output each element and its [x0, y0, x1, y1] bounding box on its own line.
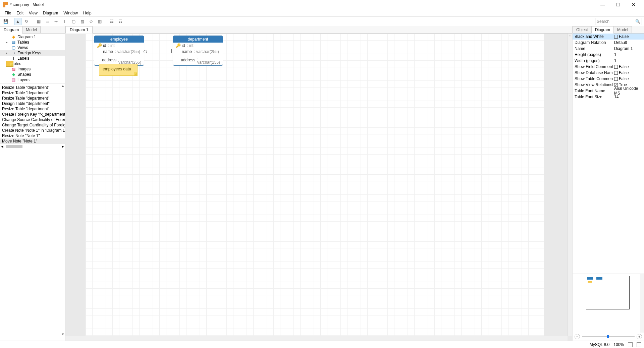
tree-item-foreign-keys[interactable]: ▸ ⇢ Foreign Keys	[0, 50, 65, 56]
tree-item-diagram-1[interactable]: ◆ Diagram 1	[0, 34, 65, 40]
status-db: MySQL 8.0	[590, 342, 610, 347]
shape-icon: ◆	[11, 72, 16, 77]
tree-item-notes[interactable]: ▸ Notes	[0, 61, 65, 66]
prop-show-database-names[interactable]: Show Database Names False	[573, 70, 644, 76]
prop-name[interactable]: NameDiagram 1	[573, 46, 644, 52]
zoom-slider[interactable]	[582, 336, 635, 337]
tab-model[interactable]: Model	[22, 26, 41, 34]
tab-diagram[interactable]: Diagram	[0, 26, 22, 34]
pointer-icon[interactable]: ▲	[14, 18, 21, 25]
history-item[interactable]: Change Source Cardinality of Foreign Key…	[0, 117, 65, 122]
menu-file[interactable]: File	[2, 10, 14, 16]
image-icon[interactable]: ▨	[78, 18, 86, 25]
history-item[interactable]: Resize Table "department"	[0, 90, 65, 96]
history-item[interactable]: Resize Table "department"	[0, 96, 65, 101]
tree-item-labels[interactable]: T Labels	[0, 56, 65, 61]
diagram-tab-1[interactable]: Diagram 1	[65, 26, 93, 34]
entity-department-header: department	[173, 36, 223, 43]
entity-employee-header: employee	[94, 36, 144, 43]
prop-height-pages-[interactable]: Height (pages)1	[573, 52, 644, 58]
canvas[interactable]: employee 🔑id: int name: varchar(255) add…	[65, 34, 572, 341]
layout-icon[interactable]: ☷	[108, 18, 115, 25]
checkbox-icon[interactable]	[614, 65, 618, 69]
prop-show-table-comments[interactable]: Show Table Comments False	[573, 76, 644, 82]
right-tabs: Object Diagram Model	[573, 26, 644, 34]
save-icon[interactable]: 💾	[2, 18, 9, 25]
history-panel: ▲ Resize Table "department"Resize Table …	[0, 83, 65, 341]
canvas-hscroll[interactable]	[65, 336, 568, 341]
history-item[interactable]: Move Note "Note 1"	[0, 138, 65, 144]
status-view-icon[interactable]	[637, 342, 641, 347]
tab-object[interactable]: Object	[573, 26, 592, 34]
history-scroll-down[interactable]: ▼	[61, 333, 64, 336]
tree-item-tables[interactable]: ▸ ▦ Tables	[0, 40, 65, 45]
tree-item-layers[interactable]: ▥ Layers	[0, 77, 65, 82]
prop-diagram-notation[interactable]: Diagram NotationDefault	[573, 40, 644, 46]
history-scroll-up[interactable]: ▲	[61, 84, 64, 88]
menu-diagram[interactable]: Diagram	[40, 10, 61, 16]
history-item[interactable]: Resize Table "department"	[0, 85, 65, 90]
prop-table-font-name[interactable]: Table Font NameArial Unicode MS	[573, 88, 644, 94]
note-icon[interactable]: ▢	[70, 18, 77, 25]
relationship-line[interactable]	[146, 51, 171, 52]
menu-edit[interactable]: Edit	[14, 10, 26, 16]
history-item[interactable]: Design Table "department"	[0, 101, 65, 106]
layer-icon: ▥	[11, 77, 16, 82]
zoom-bar: − +	[575, 334, 642, 339]
minimap-canvas[interactable]	[586, 276, 630, 309]
prop-table-font-size[interactable]: Table Font Size14	[573, 94, 644, 100]
status-bar: MySQL 8.0 100%	[0, 341, 644, 348]
fk-icon[interactable]: ⇢	[52, 18, 60, 25]
checkbox-icon[interactable]	[614, 71, 618, 75]
print-icon[interactable]: ☶	[117, 18, 124, 25]
history-item[interactable]: Resize Table "department"	[0, 106, 65, 112]
checkbox-icon[interactable]	[614, 77, 618, 81]
status-view-icon[interactable]	[628, 342, 633, 347]
search-input[interactable]: Search 🔍	[595, 18, 642, 25]
title-bar: * company - Model ― ❐ ✕	[0, 0, 644, 9]
minimap-vscroll[interactable]	[640, 274, 644, 333]
entity-department[interactable]: department 🔑id: int name: varchar(255) a…	[173, 36, 223, 66]
menu-help[interactable]: Help	[80, 10, 94, 16]
right-panel: Object Diagram Model ⌃Black and White Fa…	[572, 26, 644, 341]
history-item[interactable]: Create Note "Note 1" in "Diagram 1"	[0, 128, 65, 133]
shape-icon[interactable]: ◇	[87, 18, 95, 25]
key-icon: 🔑	[176, 43, 180, 48]
minimap-entity	[587, 277, 593, 280]
zoom-in-button[interactable]: +	[637, 334, 642, 339]
history-hscroll[interactable]: ◀ ▶	[0, 144, 65, 149]
checkbox-icon[interactable]	[614, 35, 618, 39]
prop-width-pages-[interactable]: Width (pages)1	[573, 58, 644, 64]
minimap-note	[588, 281, 592, 283]
prop-show-field-comments[interactable]: Show Field Comments False	[573, 64, 644, 70]
zoom-out-button[interactable]: −	[575, 334, 580, 339]
table-icon[interactable]: ▦	[35, 18, 42, 25]
close-button[interactable]: ✕	[626, 2, 641, 7]
table-icon: ▦	[11, 40, 16, 45]
history-item[interactable]: Create Foreign Key "fk_department_employ	[0, 112, 65, 117]
minimap-entity	[596, 277, 602, 280]
search-placeholder: Search	[597, 19, 635, 24]
prop-black-and-white[interactable]: Black and White False	[573, 34, 644, 40]
maximize-button[interactable]: ❐	[610, 2, 626, 7]
lasso-icon[interactable]: ↻	[23, 18, 30, 25]
tab-diagram-props[interactable]: Diagram	[591, 26, 614, 34]
app-icon	[3, 2, 8, 7]
tab-model-props[interactable]: Model	[613, 26, 632, 34]
minimize-button[interactable]: ―	[595, 2, 610, 7]
label-icon[interactable]: T	[61, 18, 68, 25]
entity-employee[interactable]: employee 🔑id: int name: varchar(255) add…	[94, 36, 144, 66]
layer-icon[interactable]: ▥	[96, 18, 103, 25]
tree-item-shapes[interactable]: ◆ Shapes	[0, 72, 65, 77]
tree-item-views[interactable]: ▢ Views	[0, 45, 65, 50]
history-item[interactable]: Resize Note "Note 1"	[0, 133, 65, 138]
menu-window[interactable]: Window	[61, 10, 80, 16]
menu-view[interactable]: View	[26, 10, 40, 16]
tree-item-images[interactable]: ▨ Images	[0, 66, 65, 72]
left-panel: Diagram Model ◆ Diagram 1▸ ▦ Tables ▢ Vi…	[0, 26, 65, 341]
history-item[interactable]: Change Target Cardinality of Foreign Key…	[0, 122, 65, 128]
canvas-area: Diagram 1 employee 🔑id: int name: varcha…	[65, 26, 572, 341]
canvas-vscroll[interactable]	[568, 34, 572, 336]
note-employees[interactable]: employees data	[99, 64, 138, 76]
view-icon[interactable]: ▭	[44, 18, 51, 25]
